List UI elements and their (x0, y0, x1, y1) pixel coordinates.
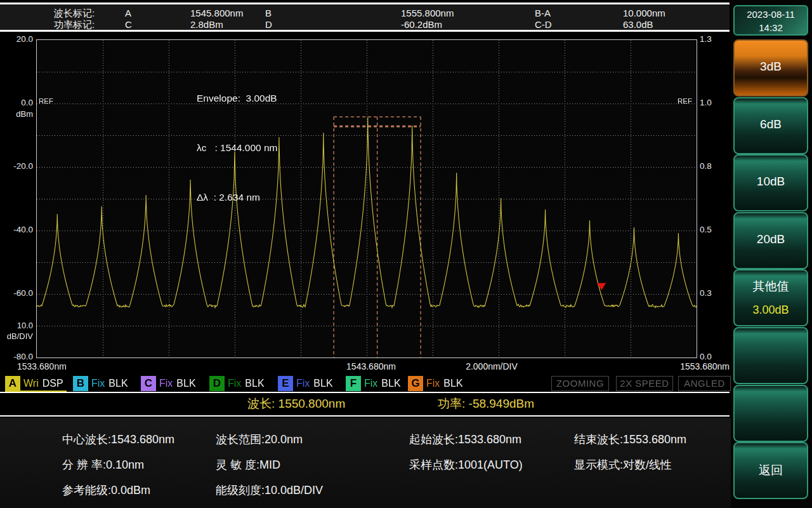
sidebar-button-label: 3dB (735, 60, 807, 74)
status-flag-zooming: ZOOMING (551, 376, 609, 391)
setting-cell: 参考能级:0.0dBm (62, 483, 150, 498)
osa-screen: 波长标记: A 1545.800nm B 1555.800nm B-A 10.0… (0, 0, 812, 508)
trace-legend-d[interactable]: DFixBLK (209, 375, 265, 392)
y-right-tick: 1.0 (700, 98, 712, 107)
sidebar-button-blank-2[interactable] (733, 385, 808, 442)
y-left-tick: -20.0 (0, 161, 33, 171)
wavelength-marker-label: 波长标记: (54, 8, 95, 20)
trace-mode-label: Fix (296, 378, 310, 389)
x-axis-stop-label: 1553.680nm (634, 361, 730, 371)
sidebar-button-label: 20dB (735, 232, 807, 246)
marker-c-letter: C (125, 19, 132, 30)
setting-cell: 结束波长:1553.680nm (574, 432, 686, 447)
setting-cell: 起始波长:1533.680nm (409, 432, 521, 447)
sidebar-button-10db[interactable]: 10dB (733, 154, 808, 211)
settings-panel: 中心波长:1543.680nm波长范围:20.0nm起始波长:1533.680n… (0, 418, 731, 508)
trace-legend-f[interactable]: FFixBLK (346, 375, 401, 392)
x-axis-div-label: 2.000nm/DIV (441, 361, 542, 371)
sidebar-button-6db[interactable]: 6dB (733, 97, 808, 154)
y-left-tick: 0.0 (0, 98, 33, 107)
wavelength-readout-label: 波长: (247, 397, 275, 410)
marker-header: 波长标记: A 1545.800nm B 1555.800nm B-A 10.0… (0, 3, 730, 32)
trace-legend-b[interactable]: BFixBLK (73, 375, 128, 392)
power-marker-label: 功率标记: (54, 19, 95, 31)
power-readout: 功率: -58.949dBm (438, 396, 534, 412)
envelope-value-line: Envelope: 3.00dB (197, 90, 278, 107)
setting-cell: 中心波长:1543.680nm (62, 432, 174, 447)
sidebar-button-subvalue: 3.00dB (735, 304, 807, 317)
setting-cell: 灵 敏 度:MID (216, 457, 280, 472)
trace-letter-box: C (141, 376, 156, 391)
power-readout-label: 功率: (438, 397, 465, 410)
trace-legend-a[interactable]: AWriDSP (5, 375, 63, 392)
trace-mode-label: Fix (426, 378, 440, 389)
date-text: 2023-08-11 (735, 8, 807, 21)
trace-mode-label: Fix (228, 378, 241, 389)
y-axis-unit-label: dBm (0, 109, 33, 119)
trace-legend-e[interactable]: EFixBLK (278, 375, 333, 392)
status-flag-angled: ANGLED (678, 376, 731, 391)
y-right-tick: 0.8 (700, 161, 712, 171)
setting-cell: 分 辨 率:0.10nm (62, 457, 144, 472)
sidebar-button-back[interactable]: 返回 (733, 442, 808, 499)
trace-type-label: BLK (313, 378, 332, 389)
marker-cd-label: C-D (535, 19, 552, 30)
softkey-sidebar: 2023-08-11 14:32 3dB6dB10dB20dB其他值3.00dB… (731, 0, 812, 508)
y-right-tick: 0.0 (700, 352, 712, 361)
x-axis-center-label: 1543.680nm (320, 361, 422, 371)
trace-type-label: DSP (43, 378, 63, 389)
marker-ba-label: B-A (535, 8, 551, 18)
sidebar-button-blank-1[interactable] (733, 327, 808, 384)
sidebar-button-20db[interactable]: 20dB (733, 212, 808, 269)
status-flag-2x-speed: 2X SPEED (616, 376, 673, 391)
marker-a-value: 1545.800nm (190, 8, 243, 18)
sidebar-button-other-value[interactable]: 其他值3.00dB (733, 269, 808, 326)
sidebar-button-label: 其他值 (735, 278, 807, 295)
y-right-tick: 1.3 (700, 34, 712, 44)
power-readout-value: -58.949dBm (469, 397, 535, 410)
envelope-annotation: Envelope: 3.00dB λc : 1544.000 nm Δλ : 2… (197, 57, 278, 239)
trace-letter-box: B (73, 376, 88, 391)
trace-letter-box: E (278, 376, 293, 391)
spectrum-plot (36, 39, 697, 358)
setting-cell: 显示模式:对数/线性 (574, 457, 672, 472)
separator-line-top (0, 392, 730, 393)
sidebar-button-label: 6dB (735, 117, 807, 131)
marker-c-value: 2.8dBm (190, 19, 223, 30)
trace-letter-box: D (209, 376, 225, 391)
y-scale-unit-label: dB/DIV (0, 331, 33, 341)
datetime-display: 2023-08-11 14:32 (733, 5, 808, 36)
setting-cell: 采样点数:1001(AUTO) (409, 457, 523, 472)
trace-type-label: BLK (381, 378, 400, 389)
ref-label-right: REF (678, 97, 692, 105)
trace-letter-box: F (346, 376, 361, 391)
trace-mode-label: Fix (91, 378, 105, 389)
spectrum-canvas[interactable] (37, 40, 697, 358)
marker-a-letter: A (125, 8, 131, 18)
trace-legend-g[interactable]: GFixBLK (408, 375, 463, 392)
ref-label-left: REF (39, 97, 53, 105)
y-left-tick: -40.0 (0, 225, 33, 234)
trace-letter-box: A (5, 376, 20, 391)
marker-ba-value: 10.000nm (623, 8, 665, 18)
marker-cd-value: 63.0dB (623, 19, 653, 30)
wavelength-readout: 波长: 1550.800nm (247, 396, 345, 412)
center-wavelength-line: λc : 1544.000 nm (197, 140, 278, 156)
sidebar-button-label: 10dB (735, 175, 807, 189)
sidebar-button-3db[interactable]: 3dB (733, 39, 808, 97)
x-axis-start-label: 1533.680nm (17, 361, 67, 371)
marker-d-letter: D (265, 19, 272, 30)
y-scale-value-label: 10.0 (0, 321, 33, 330)
y-left-tick: -80.0 (0, 352, 33, 361)
trace-type-label: BLK (108, 378, 128, 389)
trace-mode-label: Fix (364, 378, 377, 389)
separator-line-bottom (0, 415, 730, 417)
time-text: 14:32 (735, 21, 807, 34)
setting-cell: 能级刻度:10.0dB/DIV (216, 483, 323, 498)
y-right-tick: 0.5 (700, 225, 712, 234)
trace-legend-c[interactable]: CFixBLK (141, 375, 196, 392)
wavelength-readout-value: 1550.800nm (278, 397, 346, 410)
marker-b-value: 1555.800nm (401, 8, 454, 18)
delta-wavelength-line: Δλ : 2.634 nm (197, 189, 278, 206)
marker-d-value: -60.2dBm (401, 19, 442, 30)
